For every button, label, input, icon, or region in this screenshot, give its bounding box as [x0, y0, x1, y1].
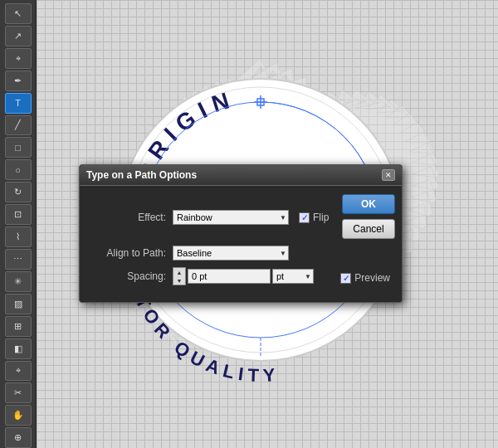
tool-column-graph[interactable]: ▨: [5, 294, 32, 314]
tool-blend[interactable]: ⋯: [5, 249, 32, 270]
align-row: Align to Path: Baseline Ascender Descend…: [91, 246, 390, 261]
spacing-field[interactable]: [188, 269, 271, 284]
tool-warp[interactable]: ⌇: [5, 226, 32, 247]
flip-checkmark: ✓: [301, 213, 308, 222]
align-select-wrapper: Baseline Ascender Descender Center: [173, 246, 289, 261]
tool-scale[interactable]: ⊡: [5, 204, 32, 225]
effect-row: Effect: Rainbow Skew 3D Ribbon Stair Ste…: [91, 196, 390, 239]
flip-checkbox[interactable]: ✓: [299, 212, 310, 223]
spacing-unit-wrapper: pt: [272, 269, 314, 284]
preview-checkbox[interactable]: ✓: [340, 273, 351, 284]
dialog-title: Type on a Path Options: [86, 169, 197, 181]
tool-hand[interactable]: ✋: [5, 405, 32, 426]
spacing-decrement[interactable]: ▼: [173, 276, 185, 285]
spacing-increment[interactable]: ▲: [173, 268, 185, 276]
tool-ellipse[interactable]: ○: [5, 159, 32, 180]
effect-label: Effect:: [91, 212, 166, 223]
tool-rect[interactable]: □: [5, 137, 32, 158]
dialog-titlebar: Type on a Path Options ✕: [80, 165, 402, 186]
ok-button[interactable]: OK: [342, 194, 394, 214]
tool-eyedropper[interactable]: ⌖: [5, 361, 32, 382]
tool-zoom[interactable]: ⊕: [5, 427, 32, 448]
type-on-path-dialog: Type on a Path Options ✕ Effect: Rainbow…: [79, 164, 403, 303]
spacing-row: Spacing: ▲ ▼ pt ✓ Preview: [91, 267, 390, 285]
preview-label: Preview: [354, 272, 390, 284]
cancel-button[interactable]: Cancel: [342, 219, 394, 239]
tool-gradient[interactable]: ◧: [5, 338, 32, 359]
preview-checkmark: ✓: [343, 274, 349, 283]
tool-arrow[interactable]: ↖: [5, 3, 32, 24]
button-column: OK Cancel: [342, 194, 394, 239]
tool-scissors[interactable]: ✂: [5, 382, 32, 403]
spacing-spinners: ▲ ▼: [173, 267, 186, 285]
tool-line[interactable]: ╱: [5, 115, 32, 136]
flip-label: Flip: [313, 212, 329, 223]
dialog-close-button[interactable]: ✕: [382, 169, 395, 181]
tool-pen[interactable]: ✒: [5, 71, 32, 91]
tool-rotate[interactable]: ↻: [5, 182, 32, 202]
effect-select-wrapper: Rainbow Skew 3D Ribbon Stair Step Gravit…: [173, 210, 289, 225]
tool-type[interactable]: T: [5, 93, 32, 114]
tool-symbol[interactable]: ✳: [5, 271, 32, 292]
tool-lasso[interactable]: ⌖: [5, 48, 32, 69]
dialog-body: Effect: Rainbow Skew 3D Ribbon Stair Ste…: [80, 186, 402, 302]
effect-select[interactable]: Rainbow Skew 3D Ribbon Stair Step Gravit…: [173, 210, 289, 225]
tool-mesh[interactable]: ⊞: [5, 316, 32, 337]
preview-row: ✓ Preview: [340, 272, 390, 284]
align-select[interactable]: Baseline Ascender Descender Center: [173, 246, 289, 261]
spacing-label: Spacing:: [91, 270, 166, 282]
toolbar: ↖ ↗ ⌖ ✒ T ╱ □ ○ ↻ ⊡ ⌇ ⋯ ✳ ▨ ⊞ ◧ ⌖ ✂ ✋ ⊕: [0, 0, 37, 448]
align-label: Align to Path:: [91, 247, 166, 259]
spacing-unit-select[interactable]: pt: [272, 269, 314, 284]
flip-group: ✓ Flip: [299, 212, 329, 223]
tool-direct-select[interactable]: ↗: [5, 26, 32, 46]
spacing-input-group: ▲ ▼ pt: [173, 267, 314, 285]
